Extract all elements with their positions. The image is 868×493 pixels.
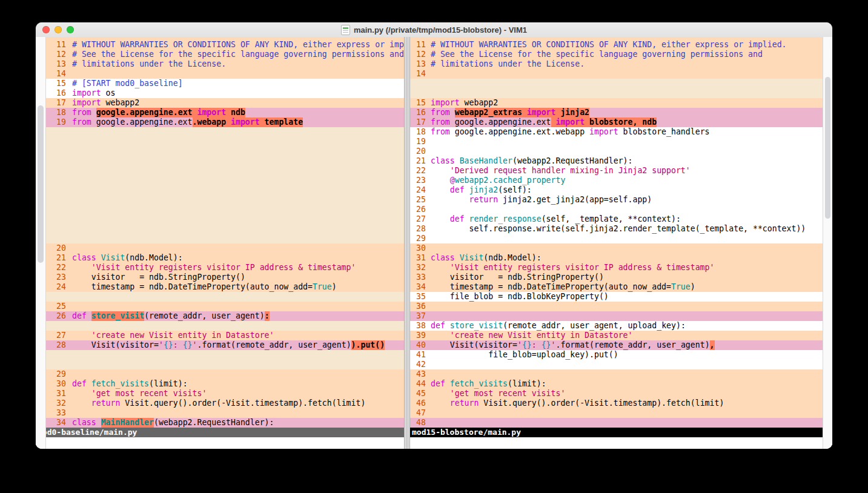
code-text: file_blob=upload_key).put() — [431, 350, 823, 360]
code-row: 42 — [410, 360, 823, 369]
code-row: 31class Visit(ndb.Model): — [410, 253, 823, 263]
code-row: 17from google.appengine.ext import blobs… — [410, 117, 823, 127]
code-row: 45 'get most recent visits' — [410, 389, 823, 399]
line-number: 22 — [45, 263, 72, 273]
line-number: 30 — [45, 379, 72, 389]
code-row: 23 visitor = ndb.StringProperty() — [45, 273, 404, 282]
code-text: import webapp2 — [72, 98, 404, 108]
code-text: import os — [72, 88, 404, 98]
code-text: def fetch_visits(limit): — [431, 379, 823, 389]
left-statusline-filename: mod0-baseline/main.py — [36, 428, 137, 437]
line-number: 34 — [410, 282, 431, 292]
code-row: 20 — [45, 243, 404, 253]
line-number: 25 — [45, 302, 72, 311]
code-text: # See the License for the specific langu… — [72, 50, 404, 59]
right-statusline-filename: mod15-blobstore/main.py — [410, 428, 521, 437]
code-row: 37 — [410, 311, 823, 321]
code-text: return jinja2.get_jinja2(app=self.app) — [431, 195, 823, 205]
line-number — [45, 321, 72, 331]
filler-dashes — [72, 360, 404, 369]
deleted-filler-row — [45, 234, 404, 243]
line-number: 12 — [45, 50, 72, 59]
filler-dashes — [72, 166, 404, 176]
code-row: 11# WITHOUT WARRANTIES OR CONDITIONS OF … — [410, 40, 823, 50]
code-row: 16import os — [45, 88, 404, 98]
line-number — [45, 166, 72, 176]
code-row: 20 — [410, 147, 823, 156]
code-row: 29 — [410, 234, 823, 243]
line-number: 16 — [45, 88, 72, 98]
right-scrollbar[interactable] — [823, 37, 832, 449]
code-text: from google.appengine.ext import ndb — [72, 108, 404, 117]
code-text: def jinja2(self): — [431, 185, 823, 195]
right-diff-pane[interactable]: 11# WITHOUT WARRANTIES OR CONDITIONS OF … — [410, 37, 823, 428]
code-row: 28 Visit(visitor='{}: {}'.format(remote_… — [45, 340, 404, 350]
code-text: def render_response(self, _template, **c… — [431, 214, 823, 224]
code-row: 34class MainHandler(webapp2.RequestHandl… — [45, 418, 404, 428]
code-text: def fetch_visits(limit): — [72, 379, 404, 389]
line-number — [45, 137, 72, 147]
line-number: 28 — [410, 224, 431, 234]
code-row: 26def store_visit(remote_addr, user_agen… — [45, 311, 404, 321]
code-text — [431, 302, 823, 311]
filler-dashes — [72, 214, 404, 224]
code-row: 32 'Visit entity registers visitor IP ad… — [410, 263, 823, 273]
line-number: 44 — [410, 379, 431, 389]
filler-dashes — [72, 176, 404, 185]
code-text: import webapp2 — [431, 98, 823, 108]
line-number: 18 — [410, 127, 431, 137]
code-row: 12# See the License for the specific lan… — [45, 50, 404, 59]
code-row: 36 — [410, 302, 823, 311]
window-titlebar[interactable]: main.py (/private/tmp/mod15-blobstore) -… — [36, 22, 832, 38]
code-row: 32 return Visit.query().order(-Visit.tim… — [45, 399, 404, 408]
deleted-filler-row — [410, 88, 823, 98]
right-scrollbar-thumb[interactable] — [825, 77, 830, 219]
line-number: 35 — [410, 292, 431, 302]
code-text: # WITHOUT WARRANTIES OR CONDITIONS OF AN… — [72, 40, 404, 50]
deleted-filler-row — [45, 205, 404, 214]
line-number: 48 — [410, 418, 431, 428]
code-row: 18from google.appengine.ext import ndb — [45, 108, 404, 117]
code-text — [431, 234, 823, 243]
line-number — [45, 234, 72, 243]
code-text — [72, 369, 404, 379]
code-text: from google.appengine.ext.webapp import … — [72, 117, 404, 127]
line-number — [45, 195, 72, 205]
line-number: 38 — [410, 321, 431, 331]
code-row: 33 — [45, 408, 404, 418]
line-number — [45, 176, 72, 185]
right-statusline: mod15-blobstore/main.py — [410, 428, 823, 437]
code-row: 31 'get most recent visits' — [45, 389, 404, 399]
code-text — [431, 408, 823, 418]
code-text — [431, 311, 823, 321]
line-number: 36 — [410, 302, 431, 311]
line-number: 33 — [410, 273, 431, 282]
code-row: 14 — [45, 69, 404, 79]
line-number: 34 — [45, 418, 72, 428]
deleted-filler-row — [45, 360, 404, 369]
code-text: Visit(visitor='{}: {}'.format(remote_add… — [72, 340, 404, 350]
left-scrollbar-thumb[interactable] — [38, 105, 44, 263]
code-row: 18from google.appengine.ext.webapp impor… — [410, 127, 823, 137]
right-code-rows: 11# WITHOUT WARRANTIES OR CONDITIONS OF … — [410, 37, 823, 428]
vertical-split-divider[interactable] — [404, 37, 410, 449]
vim-text-area: 11# WITHOUT WARRANTIES OR CONDITIONS OF … — [36, 37, 832, 449]
desktop-background: main.py (/private/tmp/mod15-blobstore) -… — [0, 0, 868, 493]
code-row: 22 'Visit entity registers visitor IP ad… — [45, 263, 404, 273]
line-number: 42 — [410, 360, 431, 369]
left-diff-pane[interactable]: 11# WITHOUT WARRANTIES OR CONDITIONS OF … — [45, 37, 404, 428]
code-text: 'get most recent visits' — [431, 389, 823, 399]
code-row: 16from webapp2_extras import jinja2 — [410, 108, 823, 117]
left-scrollbar[interactable] — [36, 37, 46, 449]
line-number: 20 — [410, 147, 431, 156]
line-number: 27 — [410, 214, 431, 224]
code-text: class Visit(ndb.Model): — [431, 253, 823, 263]
code-row: 13# limitations under the License. — [45, 59, 404, 69]
line-number: 32 — [410, 263, 431, 273]
code-text: # See the License for the specific langu… — [431, 50, 823, 59]
line-number — [45, 360, 72, 369]
code-row: 40 Visit(visitor='{}: {}'.format(remote_… — [410, 340, 823, 350]
deleted-filler-row — [45, 137, 404, 147]
line-number — [45, 292, 72, 302]
line-number: 14 — [45, 69, 72, 79]
